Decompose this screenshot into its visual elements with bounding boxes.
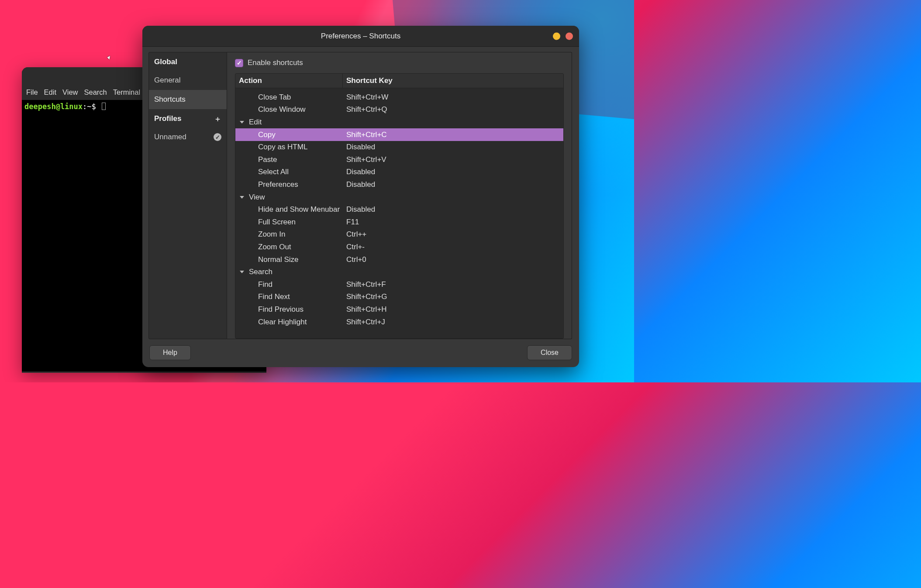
cell-key: Shift+Ctrl+H (343, 305, 563, 314)
profiles-label: Profiles (154, 114, 181, 123)
dialog-titlebar[interactable]: Preferences – Shortcuts (142, 26, 579, 47)
menu-terminal[interactable]: Terminal (113, 88, 140, 96)
dialog-footer: Help Close (142, 339, 579, 367)
chevron-down-icon (240, 271, 244, 273)
dialog-title: Preferences – Shortcuts (321, 32, 400, 41)
cell-key: Shift+Ctrl+F (343, 280, 563, 289)
cell-action: New Window (235, 88, 343, 89)
sidebar-item-profile-unnamed[interactable]: Unnamed ✓ (149, 127, 227, 147)
cell-key: Disabled (343, 168, 563, 176)
table-group[interactable]: Edit (235, 116, 563, 129)
enable-shortcuts-row[interactable]: ✓ Enable shortcuts (227, 52, 572, 73)
cell-action: Copy as HTML (235, 143, 343, 151)
cell-action: Edit (235, 118, 343, 127)
cell-action: Zoom In (235, 230, 343, 239)
cell-action: Zoom Out (235, 243, 343, 251)
cell-action: View (235, 193, 343, 202)
table-row[interactable]: Find NextShift+Ctrl+G (235, 291, 563, 303)
cell-key: Shift+Ctrl+C (343, 131, 563, 139)
sidebar-header-global: Global (149, 52, 227, 71)
close-window-button[interactable] (566, 32, 573, 40)
window-controls (553, 32, 573, 40)
cell-action: Close Window (235, 105, 343, 114)
menu-edit[interactable]: Edit (44, 88, 56, 96)
table-header: Action Shortcut Key (235, 74, 563, 88)
table-group[interactable]: Search (235, 266, 563, 279)
chevron-down-icon (240, 196, 244, 199)
table-row[interactable]: Copy as HTMLDisabled (235, 141, 563, 154)
cell-key: Ctrl++ (343, 230, 563, 239)
cell-action: Full Screen (235, 218, 343, 227)
table-row[interactable]: Find PreviousShift+Ctrl+H (235, 303, 563, 316)
cell-key: Ctrl+- (343, 243, 563, 251)
cell-key: Shift+Ctrl+W (343, 93, 563, 102)
table-body[interactable]: New WindowShift+Ctrl+NClose TabShift+Ctr… (235, 88, 563, 338)
cell-action: Select All (235, 168, 343, 176)
menu-view[interactable]: View (62, 88, 78, 96)
cell-key: Shift+Ctrl+J (343, 318, 563, 327)
cell-key: Shift+Ctrl+V (343, 155, 563, 164)
cell-key: Shift+Ctrl+G (343, 292, 563, 301)
menu-file[interactable]: File (26, 88, 38, 96)
table-row[interactable]: Full ScreenF11 (235, 216, 563, 229)
cell-key: Ctrl+0 (343, 255, 563, 264)
cell-action: Find (235, 280, 343, 289)
prompt-path: ~ (87, 102, 91, 111)
check-icon: ✓ (214, 133, 221, 141)
table-row[interactable]: Clear HighlightShift+Ctrl+J (235, 316, 563, 328)
prompt-sep: : (83, 102, 87, 111)
sidebar-item-general[interactable]: General (149, 71, 227, 90)
table-row[interactable]: Close WindowShift+Ctrl+Q (235, 103, 563, 116)
table-row[interactable]: PreferencesDisabled (235, 179, 563, 191)
cell-action: Find Next (235, 292, 343, 301)
cell-action: Paste (235, 155, 343, 164)
cell-action: Search (235, 268, 343, 276)
cell-action: Normal Size (235, 255, 343, 264)
cell-key: Disabled (343, 180, 563, 189)
cell-action: Find Previous (235, 305, 343, 314)
prompt-user: deepesh@linux (24, 102, 83, 111)
cell-action: Clear Highlight (235, 318, 343, 327)
prompt-symbol: $ (92, 102, 96, 111)
main-panel: ✓ Enable shortcuts Action Shortcut Key N… (227, 52, 572, 339)
cell-action: Copy (235, 131, 343, 139)
menu-search[interactable]: Search (84, 88, 107, 96)
cell-key: F11 (343, 218, 563, 227)
cell-key: Shift+Ctrl+N (343, 88, 563, 89)
sidebar: Global General Shortcuts Profiles ＋ Unna… (148, 52, 227, 339)
col-shortcut-key[interactable]: Shortcut Key (343, 74, 563, 88)
table-row[interactable]: FindShift+Ctrl+F (235, 279, 563, 291)
col-action[interactable]: Action (235, 74, 343, 88)
table-row[interactable]: Close TabShift+Ctrl+W (235, 91, 563, 104)
table-row[interactable]: New WindowShift+Ctrl+N (235, 88, 563, 91)
table-row[interactable]: Zoom InCtrl++ (235, 228, 563, 241)
table-group[interactable]: View (235, 191, 563, 203)
profile-name: Unnamed (154, 133, 186, 141)
cell-key: Disabled (343, 143, 563, 151)
cell-key: Shift+Ctrl+Q (343, 105, 563, 114)
table-row[interactable]: Normal SizeCtrl+0 (235, 253, 563, 266)
enable-shortcuts-label: Enable shortcuts (248, 58, 303, 67)
minimize-button[interactable] (553, 32, 560, 40)
sidebar-header-profiles: Profiles ＋ (149, 109, 227, 127)
enable-shortcuts-checkbox[interactable]: ✓ (235, 59, 243, 67)
table-row[interactable]: CopyShift+Ctrl+C (235, 128, 563, 141)
cell-action: Preferences (235, 180, 343, 189)
table-row[interactable]: Select AllDisabled (235, 166, 563, 179)
shortcuts-table: Action Shortcut Key New WindowShift+Ctrl… (235, 73, 564, 339)
table-row[interactable]: Hide and Show MenubarDisabled (235, 203, 563, 216)
chevron-down-icon (240, 121, 244, 124)
table-row[interactable]: PasteShift+Ctrl+V (235, 154, 563, 166)
cell-action: Close Tab (235, 93, 343, 102)
table-row[interactable]: Zoom OutCtrl+- (235, 241, 563, 254)
help-button[interactable]: Help (149, 345, 191, 360)
cell-key: Disabled (343, 205, 563, 214)
cell-action: Hide and Show Menubar (235, 205, 343, 214)
add-profile-icon[interactable]: ＋ (214, 115, 221, 123)
close-button[interactable]: Close (527, 345, 572, 360)
terminal-cursor (102, 103, 106, 110)
sidebar-item-shortcuts[interactable]: Shortcuts (149, 90, 227, 109)
preferences-dialog: Preferences – Shortcuts Global General S… (142, 26, 579, 367)
